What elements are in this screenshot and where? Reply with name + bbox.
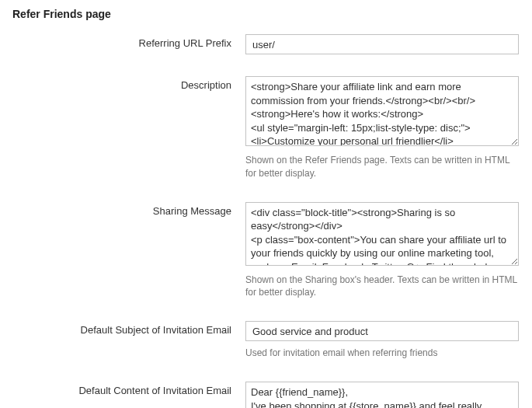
label-description: Description [12, 76, 245, 91]
textarea-invite-content[interactable] [245, 382, 519, 408]
label-sharing-message: Sharing Message [12, 202, 245, 217]
label-invite-content: Default Content of Invitation Email [12, 382, 245, 396]
textarea-sharing-message[interactable] [245, 202, 519, 266]
row-description: Description Shown on the Refer Friends p… [12, 76, 520, 180]
input-invite-subject[interactable] [245, 321, 519, 341]
textarea-description[interactable] [245, 76, 519, 146]
row-url-prefix: Referring URL Prefix [12, 34, 520, 54]
row-sharing-message: Sharing Message Shown on the Sharing box… [12, 202, 520, 300]
label-url-prefix: Referring URL Prefix [12, 34, 245, 49]
row-invite-content: Default Content of Invitation Email [12, 382, 520, 408]
row-invite-subject: Default Subject of Invitation Email Used… [12, 321, 520, 360]
section-title: Refer Friends page [12, 8, 520, 20]
hint-sharing-message: Shown on the Sharing box's header. Texts… [245, 274, 519, 300]
label-invite-subject: Default Subject of Invitation Email [12, 321, 245, 336]
input-url-prefix[interactable] [245, 34, 519, 54]
hint-description: Shown on the Refer Friends page. Texts c… [245, 154, 519, 180]
hint-invite-subject: Used for invitation email when referring… [245, 347, 519, 360]
